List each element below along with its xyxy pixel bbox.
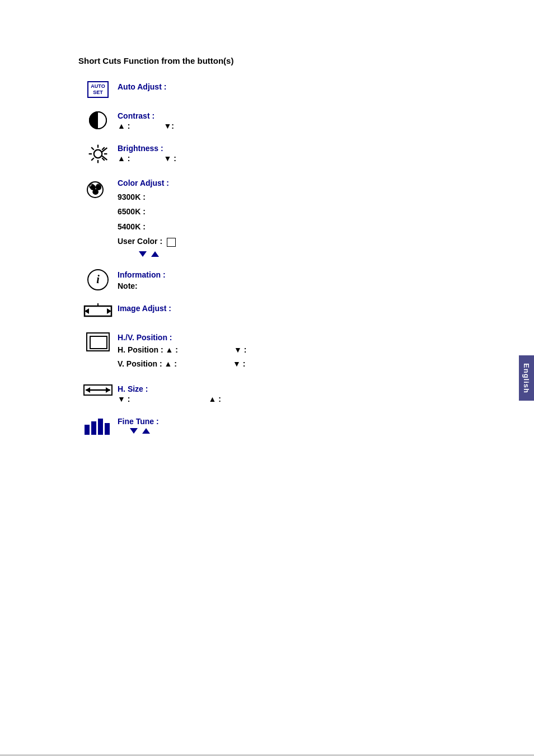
contrast-down: ▼: — [163, 121, 174, 130]
h-size-content: H. Size : ▼ : ▲ : — [118, 383, 534, 403]
color-sub-items: 9300K : 6500K : 5400K : User Color : — [118, 190, 534, 249]
svg-line-7 — [91, 147, 94, 150]
svg-rect-32 — [91, 421, 96, 435]
brightness-controls: ▲ : ▼ : — [118, 154, 534, 163]
svg-point-2 — [94, 149, 102, 158]
h-size-label: H. Size : — [118, 384, 148, 393]
page-title: Short Cuts Function from the button(s) — [78, 56, 534, 65]
v-position-down: ▼ : — [233, 357, 245, 371]
h-size-controls: ▼ : ▲ : — [118, 395, 534, 403]
auto-set-icon: AUTOSET — [87, 81, 108, 98]
contrast-up: ▲ : — [118, 121, 130, 130]
h-size-icon — [83, 383, 113, 397]
image-adjust-icon-area — [78, 303, 118, 320]
color-adjust-icon-area — [78, 177, 118, 201]
svg-rect-34 — [105, 423, 110, 435]
section-contrast: Contrast : ▲ : ▼: — [78, 110, 534, 130]
image-adjust-content: Image Adjust : — [118, 303, 534, 313]
brightness-down: ▼ : — [163, 154, 176, 163]
info-icon: i — [87, 269, 109, 290]
fine-tune-icon-area — [78, 416, 118, 436]
brightness-content: Brightness : ▲ : ▼ : — [118, 143, 534, 163]
section-hv-position: H./V. Position : H. Position : ▲ : ▼ : V… — [78, 332, 534, 371]
svg-marker-28 — [86, 387, 90, 393]
information-icon-area: i — [78, 269, 118, 290]
brightness-icon — [87, 143, 109, 165]
hv-position-label: H./V. Position : — [118, 333, 172, 342]
fine-tune-down-arrow — [130, 428, 138, 434]
section-auto-adjust: AUTOSET Auto Adjust : — [78, 81, 534, 98]
section-color-adjust: Color Adjust : 9300K : 6500K : 5400K : U… — [78, 177, 534, 257]
fine-tune-arrows — [118, 428, 534, 434]
information-content: Information : Note: — [118, 269, 534, 290]
hv-position-icon-area — [78, 332, 118, 352]
section-brightness: Brightness : ▲ : ▼ : — [78, 143, 534, 165]
h-position-down: ▼ : — [234, 343, 246, 357]
contrast-content: Contrast : ▲ : ▼: — [118, 110, 534, 130]
brightness-label: Brightness : — [118, 144, 163, 153]
h-size-icon-area — [78, 383, 118, 397]
color-6500k: 6500K : — [118, 204, 534, 219]
auto-adjust-content: Auto Adjust : — [118, 81, 534, 91]
fine-tune-label: Fine Tune : — [118, 417, 159, 426]
hv-position-icon — [86, 332, 110, 352]
image-adjust-icon — [83, 303, 113, 320]
color-arrow-row — [118, 251, 534, 257]
fine-tune-up-arrow — [142, 428, 150, 434]
contrast-controls: ▲ : ▼: — [118, 121, 534, 130]
h-size-down: ▼ : — [118, 395, 130, 403]
brightness-up: ▲ : — [118, 154, 130, 163]
color-5400k: 5400K : — [118, 219, 534, 234]
fine-tune-content: Fine Tune : — [118, 416, 534, 434]
svg-rect-31 — [85, 425, 90, 435]
fine-tune-icon — [83, 416, 113, 436]
color-up-arrow — [151, 251, 159, 257]
h-size-up: ▲ : — [208, 395, 221, 403]
color-adjust-content: Color Adjust : 9300K : 6500K : 5400K : U… — [118, 177, 534, 257]
color-down-arrow — [139, 251, 147, 257]
svg-marker-29 — [106, 387, 110, 393]
color-adjust-label: Color Adjust : — [118, 179, 169, 187]
section-h-size: H. Size : ▼ : ▲ : — [78, 383, 534, 403]
contrast-icon-area — [78, 110, 118, 130]
color-adjust-icon — [84, 177, 112, 201]
svg-rect-26 — [90, 336, 107, 349]
hv-position-content: H./V. Position : H. Position : ▲ : ▼ : V… — [118, 332, 534, 371]
auto-adjust-icon-area: AUTOSET — [78, 81, 118, 98]
v-position-label: V. Position : ▲ : — [118, 357, 177, 371]
v-position-row: V. Position : ▲ : ▼ : — [118, 357, 534, 371]
note-text: Note: — [118, 281, 534, 290]
user-color-box — [167, 238, 176, 247]
h-position-row: H. Position : ▲ : ▼ : — [118, 343, 534, 357]
information-label: Information : — [118, 270, 166, 279]
section-image-adjust: Image Adjust : — [78, 303, 534, 320]
auto-adjust-label: Auto Adjust : — [118, 82, 166, 91]
color-user: User Color : — [118, 234, 534, 249]
contrast-icon — [88, 110, 108, 130]
svg-line-10 — [91, 158, 94, 161]
brightness-icon-area — [78, 143, 118, 165]
section-information: i Information : Note: — [78, 269, 534, 290]
color-9300k: 9300K : — [118, 190, 534, 205]
contrast-label: Contrast : — [118, 111, 154, 120]
sidebar-english-label: English — [519, 355, 534, 401]
page-content: Short Cuts Function from the button(s) A… — [0, 0, 534, 482]
image-adjust-label: Image Adjust : — [118, 304, 171, 313]
hv-sub-items: H. Position : ▲ : ▼ : V. Position : ▲ : … — [118, 343, 534, 371]
section-fine-tune: Fine Tune : — [78, 416, 534, 436]
h-position-label: H. Position : ▲ : — [118, 343, 178, 357]
svg-rect-33 — [98, 419, 103, 435]
